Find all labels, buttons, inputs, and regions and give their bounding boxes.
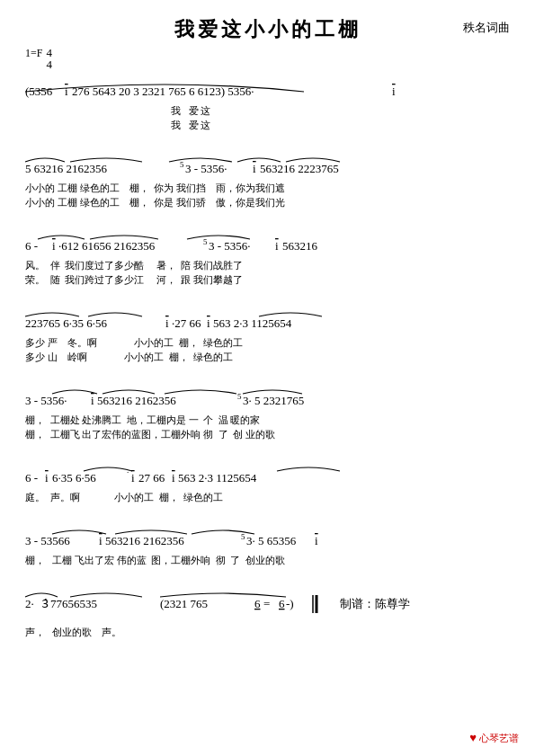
svg-text:2·: 2·	[25, 597, 34, 610]
svg-text:563216  2162356: 563216 2162356	[97, 394, 176, 407]
notation-1: 5 63216 2162356 5 3 - 5356· i 563216 222…	[25, 153, 510, 182]
svg-text:i: i	[207, 316, 210, 330]
notation-svg-3: 223765 6·35 6·56 i ·27 66 i 563 2·3 1125…	[25, 307, 535, 336]
music-section-2: 6 - i ·612 61656 2162356 5 3 - 5356· i 5…	[25, 230, 510, 288]
lyric-1-1: 小小的 工棚 绿色的工 棚， 你为 我们挡 雨，你为我们遮	[25, 182, 510, 196]
notation-svg-7: 2· 3̂ 77656535 (2321 765 6 = 6 -)	[25, 588, 535, 626]
svg-text:i: i	[172, 471, 175, 485]
svg-text:(5356: (5356	[25, 84, 53, 98]
lyric-3-1: 多少 严 冬。啊 小小的工 棚， 绿色的工	[25, 336, 510, 351]
music-section-6: 3 - 53566 i 563216 2162356 5 3· 5 65356 …	[25, 525, 510, 568]
notation-svg-6: 3 - 53566 i 563216 2162356 5 3· 5 65356 …	[25, 525, 535, 554]
svg-text:5: 5	[241, 532, 245, 541]
lyric-1-2: 小小的 工棚 绿色的工 棚， 你是 我们骄 傲，你是我们光	[25, 196, 510, 210]
svg-text:563216  2223765: 563216 2223765	[260, 162, 339, 175]
svg-text:i: i	[165, 316, 169, 330]
svg-text:563  2·3 1125654: 563 2·3 1125654	[178, 471, 257, 485]
svg-text:3· 5 65356: 3· 5 65356	[246, 534, 297, 547]
notation-5: 6 - i 6·35 6·56 i · 27 66 i 563 2·3 1125…	[25, 462, 510, 491]
music-section-0: (5356 i 276 5643 20 3 2321 765 6 6123) 5…	[25, 76, 510, 133]
lyric-0-1: 我 爱 这	[25, 104, 510, 119]
notation-4: 3 - 5356· i 563216 2162356 5 3· 5 232176…	[25, 385, 510, 414]
music-section-7: 2· 3̂ 77656535 (2321 765 6 = 6 -)	[25, 588, 510, 640]
music-section-3: 223765 6·35 6·56 i ·27 66 i 563 2·3 1125…	[25, 307, 510, 365]
svg-text:223765  6·35 6·56: 223765 6·35 6·56	[25, 316, 108, 330]
svg-text:i: i	[52, 239, 56, 253]
svg-text:i: i	[99, 534, 103, 547]
watermark: ♥ 心琴艺谱	[469, 731, 519, 745]
page: 我爱这小小的工棚 秩名词曲 1=F 4 4 (5356 i 276 5643 2…	[0, 0, 535, 756]
svg-text:5 63216  2162356: 5 63216 2162356	[25, 162, 108, 175]
gap-4	[25, 376, 510, 385]
svg-text:77656535: 77656535	[50, 597, 97, 610]
svg-text:27 66: 27 66	[138, 471, 165, 485]
svg-text:5: 5	[237, 392, 242, 401]
svg-text:5: 5	[203, 237, 208, 246]
svg-text:-): -)	[286, 597, 294, 610]
notation-svg-5: 6 - i 6·35 6·56 i · 27 66 i 563 2·3 1125…	[25, 462, 535, 491]
svg-text:i: i	[253, 162, 256, 175]
svg-text:563216: 563216	[282, 239, 318, 253]
notation-3: 223765 6·35 6·56 i ·27 66 i 563 2·3 1125…	[25, 307, 510, 336]
notation-6: 3 - 53566 i 563216 2162356 5 3· 5 65356 …	[25, 525, 510, 554]
svg-text:i: i	[392, 84, 396, 98]
svg-text:6: 6	[279, 597, 285, 610]
lyric-0-2: 我 爱 这	[25, 119, 510, 133]
svg-text:3̂: 3̂	[41, 597, 49, 610]
notation-svg-1: 5 63216 2162356 5 3 - 5356· i 563216 222…	[25, 153, 535, 182]
svg-text:i: i	[315, 534, 318, 547]
gap-1	[25, 144, 510, 153]
svg-text:6·35 6·56: 6·35 6·56	[52, 471, 96, 485]
lyric-2-1: 风。 伴 我们度过了多少酷 暑， 陪 我们战胜了	[25, 259, 510, 273]
time-bottom: 4	[46, 58, 52, 70]
svg-text:i: i	[65, 84, 68, 98]
lyric-3-2: 多少 山 岭啊 小小的工 棚， 绿色的工	[25, 351, 510, 365]
lyric-7-1: 声， 创业的歌 声。	[25, 626, 510, 640]
notation-2: 6 - i ·612 61656 2162356 5 3 - 5356· i 5…	[25, 230, 510, 259]
svg-text:3 -  5356·: 3 - 5356·	[209, 239, 251, 253]
gap-3	[25, 298, 510, 307]
svg-text:i: i	[275, 239, 279, 253]
svg-text:i: i	[45, 471, 49, 485]
page-title: 我爱这小小的工棚	[174, 18, 361, 40]
svg-text:563216  2162356: 563216 2162356	[105, 534, 184, 547]
time-signature: 4 4	[46, 47, 52, 70]
svg-text:6 -: 6 -	[25, 471, 38, 485]
svg-text:6 -: 6 -	[25, 239, 38, 253]
music-section-1: 5 63216 2162356 5 3 - 5356· i 563216 222…	[25, 153, 510, 210]
gap-6	[25, 516, 510, 525]
gap-2	[25, 221, 510, 230]
notation-svg-2: 6 - i ·612 61656 2162356 5 3 - 5356· i 5…	[25, 230, 535, 259]
gap-7	[25, 579, 510, 588]
lyric-4-2: 棚， 工棚飞 出了宏伟的蓝图，工棚外响 彻 了 创 业的歌	[25, 428, 510, 442]
lyric-6-1: 棚， 工棚 飞出了宏 伟的蓝 图，工棚外响 彻 了 创业的歌	[25, 554, 510, 568]
lyric-5-1: 庭。 声。啊 小小的工 棚， 绿色的工	[25, 491, 510, 505]
svg-text:=: =	[263, 597, 270, 610]
svg-text:563  2·3 1125654: 563 2·3 1125654	[213, 316, 292, 330]
lyric-2-2: 荣。 随 我们跨过了多少江 河， 跟 我们攀越了	[25, 273, 510, 288]
gap-5	[25, 453, 510, 462]
heart-icon: ♥	[469, 731, 477, 745]
svg-text:276  5643  20 3  2321  765   6: 276 5643 20 3 2321 765 6 6123) 5356·	[72, 84, 254, 98]
svg-text:·: ·	[127, 467, 129, 476]
svg-text:i: i	[91, 394, 94, 407]
notation-svg-0: (5356 i 276 5643 20 3 2321 765 6 6123) 5…	[25, 76, 535, 104]
svg-text:制谱：陈尊学: 制谱：陈尊学	[340, 597, 410, 610]
svg-text:3 -  5356·: 3 - 5356·	[25, 394, 67, 407]
title-row: 我爱这小小的工棚	[25, 16, 510, 43]
notation-7: 2· 3̂ 77656535 (2321 765 6 = 6 -)	[25, 588, 510, 626]
music-section-4: 3 - 5356· i 563216 2162356 5 3· 5 232176…	[25, 385, 510, 442]
notation-0: (5356 i 276 5643 20 3 2321 765 6 6123) 5…	[25, 76, 510, 104]
key-time-row: 1=F 4 4	[25, 47, 510, 70]
svg-text:(2321 765: (2321 765	[160, 597, 208, 610]
svg-text:·612  61656  2162356: ·612 61656 2162356	[58, 239, 156, 253]
svg-text:i: i	[131, 471, 135, 485]
lyric-4-1: 棚， 工棚处 处沸腾工 地，工棚内是 一 个 温 暖的家	[25, 414, 510, 428]
music-section-5: 6 - i 6·35 6·56 i · 27 66 i 563 2·3 1125…	[25, 462, 510, 505]
author-label: 秩名词曲	[463, 20, 510, 36]
watermark-text: 心琴艺谱	[479, 732, 519, 745]
svg-text:3 -  53566: 3 - 53566	[25, 534, 70, 547]
svg-text:3· 5 2321765: 3· 5 2321765	[243, 394, 304, 407]
svg-text:3 -  5356·: 3 - 5356·	[185, 162, 227, 175]
key-label: 1=F	[25, 47, 42, 60]
